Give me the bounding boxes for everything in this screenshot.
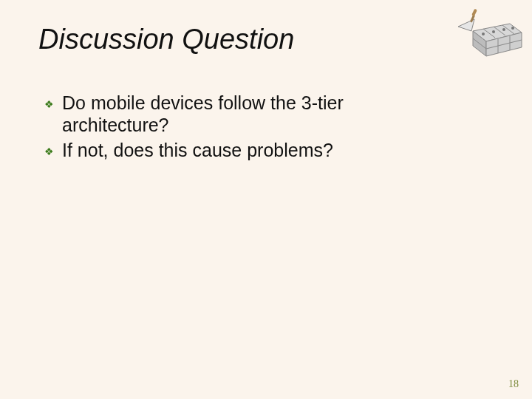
svg-point-8 (502, 28, 505, 31)
svg-rect-16 (471, 9, 477, 17)
list-item: ❖ Do mobile devices follow the 3-tier ar… (44, 92, 429, 136)
bullet-icon: ❖ (44, 139, 62, 163)
bricks-trowel-icon (454, 4, 525, 61)
slide-title: Discussion Question (38, 24, 294, 55)
bullet-list: ❖ Do mobile devices follow the 3-tier ar… (44, 92, 429, 166)
svg-point-7 (492, 30, 495, 33)
list-item: ❖ If not, does this cause problems? (44, 139, 429, 163)
bullet-icon: ❖ (44, 92, 62, 115)
bullet-text: If not, does this cause problems? (62, 139, 333, 161)
page-number: 18 (508, 378, 519, 390)
svg-point-9 (511, 27, 514, 30)
svg-point-6 (482, 33, 485, 35)
bullet-text: Do mobile devices follow the 3-tier arch… (62, 92, 429, 136)
